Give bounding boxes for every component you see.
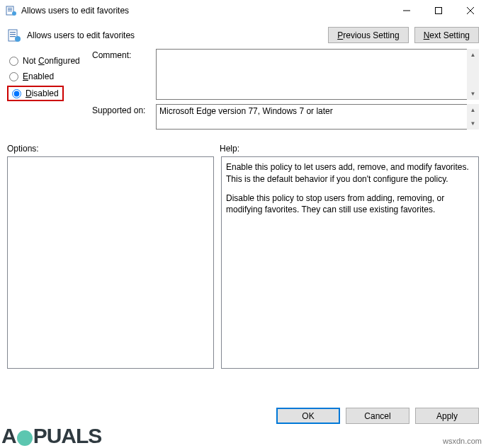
- scroll-up-icon: ▲: [467, 104, 479, 116]
- supported-scrollbar[interactable]: ▲ ▼: [467, 104, 479, 130]
- radio-enabled-label: Enabled: [23, 71, 54, 81]
- lower-panes: Enable this policy to let users add, rem…: [0, 156, 486, 369]
- radio-enabled[interactable]: Enabled: [7, 69, 92, 84]
- scroll-up-icon: ▲: [467, 49, 479, 61]
- close-button[interactable]: [454, 0, 486, 21]
- next-label-rest: ext Setting: [429, 30, 470, 40]
- maximize-button[interactable]: [422, 0, 454, 21]
- fields-area: Comment: ▲ ▼ Supported on: Microsoft Edg…: [92, 49, 479, 134]
- radio-enabled-input[interactable]: [9, 72, 18, 81]
- svg-rect-2: [8, 9, 12, 10]
- radio-not-configured[interactable]: Not Configured: [7, 53, 92, 69]
- supported-on-label: Supported on:: [92, 104, 156, 130]
- comment-textarea[interactable]: [156, 49, 479, 100]
- next-setting-button[interactable]: Next Setting: [414, 27, 479, 43]
- help-label: Help:: [220, 144, 479, 154]
- cancel-button[interactable]: Cancel: [346, 408, 409, 424]
- app-icon: [6, 5, 17, 16]
- help-paragraph-1: Enable this policy to let users add, rem…: [226, 161, 474, 185]
- radio-disabled[interactable]: Disabled: [7, 86, 64, 101]
- help-paragraph-2: Disable this policy to stop users from a…: [226, 193, 474, 217]
- logo-circle-icon: [17, 430, 33, 446]
- comment-scrollbar[interactable]: ▲ ▼: [467, 49, 479, 100]
- policy-icon: [7, 28, 21, 42]
- svg-rect-6: [435, 7, 441, 13]
- title-bar: Allows users to edit favorites: [0, 0, 486, 21]
- svg-rect-3: [8, 11, 12, 11]
- watermark-logo: APUALS: [0, 425, 101, 448]
- scroll-down-icon: ▼: [467, 117, 479, 130]
- lower-labels: Options: Help:: [0, 134, 486, 156]
- svg-rect-10: [10, 32, 16, 33]
- policy-title: Allows users to edit favorites: [27, 30, 328, 40]
- window-controls: [390, 0, 486, 21]
- svg-rect-11: [10, 34, 16, 35]
- options-pane: [7, 156, 214, 369]
- svg-rect-1: [8, 8, 12, 8]
- state-radios: Not Configured Enabled Disabled: [7, 49, 92, 134]
- radio-not-configured-label: Not Configured: [23, 56, 80, 66]
- scroll-down-icon: ▼: [467, 88, 479, 100]
- options-label: Options:: [7, 144, 220, 154]
- comment-label: Comment:: [92, 49, 156, 100]
- radio-disabled-input[interactable]: [12, 89, 21, 98]
- window-title: Allows users to edit favorites: [21, 6, 390, 16]
- svg-rect-12: [10, 36, 16, 37]
- prev-label-rest: revious Setting: [343, 30, 399, 40]
- minimize-button[interactable]: [390, 0, 422, 21]
- header-row: Allows users to edit favorites Previous …: [0, 21, 486, 46]
- config-area: Not Configured Enabled Disabled Comment:…: [0, 46, 486, 134]
- radio-disabled-label: Disabled: [26, 88, 59, 98]
- supported-on-value: Microsoft Edge version 77, Windows 7 or …: [156, 104, 479, 130]
- ok-button[interactable]: OK: [276, 408, 340, 424]
- svg-point-4: [12, 11, 16, 16]
- watermark-url: wsxdn.com: [443, 437, 482, 445]
- apply-button[interactable]: Apply: [415, 408, 479, 424]
- radio-not-configured-input[interactable]: [9, 57, 18, 66]
- svg-point-13: [15, 36, 21, 42]
- previous-setting-button[interactable]: Previous Setting: [328, 27, 408, 43]
- help-pane: Enable this policy to let users add, rem…: [221, 156, 479, 369]
